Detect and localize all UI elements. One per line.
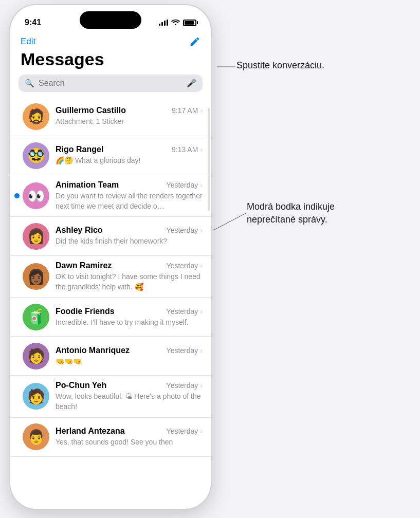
message-time-rigo: 9:13 AM [172,145,198,154]
phone-frame: 9:41 Edit Message [10,5,211,509]
sender-name-animation: Animation Team [56,180,119,190]
chevron-right-icon: › [200,262,203,270]
message-item-dawn[interactable]: 👩🏾 Dawn Ramirez Yesterday › OK to visit … [10,256,211,298]
message-top-herland: Herland Antezana Yesterday › [56,427,203,436]
sender-name-dawn: Dawn Ramirez [56,261,112,270]
avatar-herland: 👨 [23,423,49,450]
message-meta-rigo: 9:13 AM › [172,145,203,154]
message-meta-pochun: Yesterday › [167,381,203,390]
sender-name-pochun: Po-Chun Yeh [56,381,106,390]
message-top-ashley: Ashley Rico Yesterday › [56,226,203,235]
message-top-animation: Animation Team Yesterday › [56,180,203,190]
search-bar[interactable]: 🔍 🎤 [19,75,203,92]
message-time-ashley: Yesterday [167,226,198,234]
message-item-rigo[interactable]: 🥸 Rigo Rangel 9:13 AM › 🌈🤔 What a glorio… [10,136,211,175]
message-content-pochun: Po-Chun Yeh Yesterday › Wow, looks beaut… [56,381,203,412]
message-preview-foodie: Incredible. I'll have to try making it m… [56,318,203,328]
message-content-dawn: Dawn Ramirez Yesterday › OK to visit ton… [56,261,203,292]
avatar-dawn: 👩🏾 [23,263,49,290]
chevron-right-icon: › [200,181,203,189]
message-time-dawn: Yesterday [167,262,198,270]
message-meta-animation: Yesterday › [167,181,203,189]
message-preview-antonio: 🤜🤜🤜 [56,357,203,367]
battery-icon [183,20,196,26]
avatar-pochun: 🧑 [23,383,49,410]
compose-annotation: Spustite konverzáciu. [236,59,324,72]
message-item-antonio[interactable]: 🧑 Antonio Manriquez Yesterday › 🤜🤜🤜 [10,337,211,376]
dynamic-island [80,11,141,29]
app-content: Edit Messages 🔍 🎤 🧔 Guillermo Castillo [10,33,211,509]
compose-icon [189,36,200,47]
message-preview-ashley: Did the kids finish their homework? [56,236,203,247]
message-item-animation[interactable]: 👀 Animation Team Yesterday › Do you want… [10,175,211,217]
message-preview-pochun: Wow, looks beautiful. 🌤 Here's a photo o… [56,392,203,412]
message-content-foodie: Foodie Friends Yesterday › Incredible. I… [56,307,203,328]
message-time-pochun: Yesterday [167,381,198,390]
message-item-foodie[interactable]: 🧃 Foodie Friends Yesterday › Incredible.… [10,298,211,337]
message-content-guillermo: Guillermo Castillo 9:17 AM › Attachment:… [56,106,203,127]
chevron-right-icon: › [200,427,203,435]
message-top-antonio: Antonio Manriquez Yesterday › [56,346,203,355]
chevron-right-icon: › [200,145,203,154]
chevron-right-icon: › [200,106,203,115]
message-top-dawn: Dawn Ramirez Yesterday › [56,261,203,270]
sender-name-guillermo: Guillermo Castillo [56,106,126,115]
message-preview-herland: Yes, that sounds good! See you then [56,437,203,448]
sender-name-ashley: Ashley Rico [56,226,103,235]
wifi-icon [171,18,180,27]
edit-button[interactable]: Edit [21,36,35,47]
sender-name-foodie: Foodie Friends [56,307,115,316]
message-item-pochun[interactable]: 🧑 Po-Chun Yeh Yesterday › Wow, looks bea… [10,376,211,417]
unread-dot [14,193,20,198]
sender-name-antonio: Antonio Manriquez [56,346,130,355]
chevron-right-icon: › [200,381,203,390]
message-time-antonio: Yesterday [167,346,198,355]
page-title: Messages [10,47,211,75]
chevron-right-icon: › [200,307,203,316]
avatar-foodie: 🧃 [23,304,49,330]
message-preview-guillermo: Attachment: 1 Sticker [56,117,203,127]
message-preview-rigo: 🌈🤔 What a glorious day! [56,156,203,166]
avatar-animation: 👀 [23,182,49,209]
message-item-guillermo[interactable]: 🧔 Guillermo Castillo 9:17 AM › Attachmen… [10,97,211,136]
message-item-ashley[interactable]: 👩 Ashley Rico Yesterday › Did the kids f… [10,217,211,256]
sender-name-herland: Herland Antezana [56,427,125,436]
message-top-pochun: Po-Chun Yeh Yesterday › [56,381,203,390]
message-time-guillermo: 9:17 AM [172,106,198,115]
message-content-rigo: Rigo Rangel 9:13 AM › 🌈🤔 What a glorious… [56,145,203,166]
search-icon: 🔍 [25,79,34,88]
avatar-ashley: 👩 [23,223,49,250]
message-content-antonio: Antonio Manriquez Yesterday › 🤜🤜🤜 [56,346,203,367]
message-list: 🧔 Guillermo Castillo 9:17 AM › Attachmen… [10,97,211,457]
message-meta-guillermo: 9:17 AM › [172,106,203,115]
message-meta-antonio: Yesterday › [167,346,203,355]
scrollbar-track[interactable] [208,108,210,211]
mic-icon[interactable]: 🎤 [187,79,196,88]
message-content-ashley: Ashley Rico Yesterday › Did the kids fin… [56,226,203,247]
avatar-antonio: 🧑 [23,343,49,369]
message-meta-herland: Yesterday › [167,427,203,435]
message-time-animation: Yesterday [167,181,198,189]
search-input[interactable] [39,79,182,88]
message-preview-animation: Do you want to review all the renders to… [56,191,203,211]
message-preview-dawn: OK to visit tonight? I have some things … [56,272,203,292]
chevron-right-icon: › [200,226,203,234]
svg-line-1 [213,213,246,230]
message-top-rigo: Rigo Rangel 9:13 AM › [56,145,203,154]
message-time-herland: Yesterday [167,427,198,435]
signal-bars-icon [159,20,168,26]
compose-button[interactable] [189,36,200,47]
message-meta-dawn: Yesterday › [167,262,203,270]
chevron-right-icon: › [200,346,203,355]
message-meta-foodie: Yesterday › [167,307,203,316]
avatar-guillermo: 🧔 [23,103,49,130]
sender-name-rigo: Rigo Rangel [56,145,103,154]
message-top-guillermo: Guillermo Castillo 9:17 AM › [56,106,203,115]
message-meta-ashley: Yesterday › [167,226,203,234]
avatar-rigo: 🥸 [23,142,49,169]
status-time: 9:41 [25,18,41,27]
header: Edit [10,36,211,47]
message-item-herland[interactable]: 👨 Herland Antezana Yesterday › Yes, that… [10,418,211,457]
message-content-herland: Herland Antezana Yesterday › Yes, that s… [56,427,203,448]
unread-annotation: Modrá bodka indikuje neprečítané správy. [247,200,335,226]
